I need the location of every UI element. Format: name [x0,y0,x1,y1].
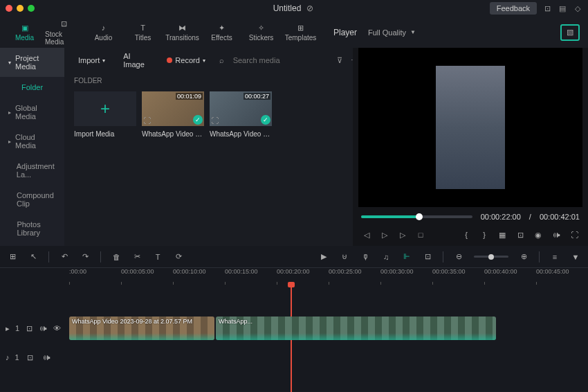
screen-icon[interactable]: ⊡ [542,3,552,13]
tab-media[interactable]: ▣ Media [6,18,44,46]
tab-effects[interactable]: ✦ Effects [203,18,241,46]
total-time: 00:00:42:01 [540,213,580,221]
top-navigation: ▣ Media ⊡ Stock Media ♪ Audio T Titles ⧓… [0,17,588,48]
grid-icon[interactable]: ▦ [497,229,508,240]
document-title: Untitled ⊘ [273,3,315,13]
snapshot-button[interactable]: ▧ [560,24,580,41]
export-icon[interactable]: ◇ [573,3,582,13]
next-frame-icon[interactable]: ▷ [379,229,390,240]
visibility-icon[interactable]: 👁 [53,323,61,334]
stop-icon[interactable]: □ [415,229,426,240]
expand-icon: ⛶ [211,116,219,125]
render-icon[interactable]: ▶ [318,251,329,262]
magnet-icon[interactable]: ⊩ [401,251,412,262]
media-grid: + Import Media 00:01:09 ⛶ ✓ WhatsApp Vid… [64,89,367,141]
volume-icon[interactable]: 🕪 [551,229,562,240]
stickers-icon: ✧ [255,23,268,33]
preview-frame [436,66,505,189]
voiceover-icon[interactable]: 🎙 [360,251,371,262]
play-icon[interactable]: ▷ [397,229,408,240]
link-icon[interactable]: ⊡ [422,251,433,262]
audio-track-header: ♪ 1 ⊡ 🕪 [0,344,66,371]
minimize-icon[interactable] [17,5,24,12]
display-icon[interactable]: ⊡ [515,229,526,240]
sidebar-adjustment-layer[interactable]: Adjustment La... [0,156,64,185]
prev-frame-icon[interactable]: ◁ [361,229,372,240]
video-track[interactable]: ▸ 1 ⊡ 🕪 👁 WhatsApp Video 2023-09-28 at 2… [69,315,588,341]
mark-out-icon[interactable]: } [479,229,490,240]
undo-icon[interactable]: ↶ [59,251,70,262]
media-toolbar: Import ▾ AI Image Record ▾ ⌕ ⊽ ⋯ [64,48,367,73]
player-controls: ◁ ▷ ▷ □ { } ▦ ⊡ ◉ 🕪 ⛶ [353,226,588,246]
audio-mix-icon[interactable]: ♫ [380,251,392,262]
close-icon[interactable] [6,5,12,12]
video-icon: ▸ [6,324,10,333]
sidebar-global-media[interactable]: ▸ Global Media [0,98,64,127]
delete-icon[interactable]: 🗑 [111,251,122,262]
tab-stickers[interactable]: ✧ Stickers [242,18,280,46]
text-icon[interactable]: T [152,251,163,262]
sidebar-compound-clip[interactable]: Compound Clip [0,185,64,214]
tab-titles[interactable]: T Titles [124,18,162,46]
tab-audio[interactable]: ♪ Audio [84,18,122,46]
chevron-down-icon: ▼ [410,29,416,35]
audio-icon: ♪ [6,353,10,362]
mute-icon[interactable]: 🕪 [39,323,47,334]
track-size-icon[interactable]: ≡ [549,251,560,262]
settings-icon[interactable]: ▼ [570,251,581,262]
layout-icon[interactable]: ⊞ [7,251,18,262]
redo-icon[interactable]: ↷ [80,251,91,262]
sidebar-cloud-media[interactable]: ▸ Cloud Media [0,127,64,156]
tab-templates[interactable]: ⊞ Templates [282,18,320,46]
feedback-button[interactable]: Feedback [490,2,537,15]
audio-icon: ♪ [98,23,110,33]
video-preview[interactable] [358,48,582,207]
mute-icon[interactable]: 🕪 [42,352,53,363]
sidebar-photos-library[interactable]: Photos Library [0,214,64,243]
timeline-clip[interactable]: WhatsApp Video 2023-09-28 at 2.07.57 PM [69,317,214,340]
chevron-down-icon: ▾ [8,60,11,66]
stock-icon: ⊡ [58,19,71,29]
sidebar-project-media[interactable]: ▾ Project Media [0,48,64,77]
seek-thumb[interactable] [416,213,423,220]
record-button[interactable]: Record ▾ [161,53,210,67]
maximize-icon[interactable] [28,5,35,12]
seek-slider[interactable] [361,215,472,218]
pointer-icon[interactable]: ↖ [28,251,39,262]
lock-icon[interactable]: ⊡ [25,323,33,334]
player-panel: 00:00:22:00 / 00:00:42:01 ◁ ▷ ▷ □ { } ▦ … [353,48,588,246]
import-button[interactable]: Import ▾ [73,53,111,67]
filter-icon[interactable]: ⊽ [336,55,344,65]
sidebar-folder[interactable]: Folder [0,77,64,98]
audio-track[interactable]: ♪ 1 ⊡ 🕪 [69,344,588,371]
search-input[interactable] [233,56,329,64]
timeline-toolbar: ⊞ ↖ ↶ ↷ 🗑 ✂ T ⟳ ▶ ⊍ 🎙 ♫ ⊩ ⊡ ⊖ ⊕ ≡ ▼ [0,246,588,268]
import-media-tile[interactable]: + Import Media [74,91,136,138]
zoom-slider[interactable] [474,256,508,258]
lock-icon[interactable]: ⊡ [25,352,36,363]
check-icon: ✓ [193,115,203,125]
image-icon: ▧ [567,28,573,37]
ai-image-button[interactable]: AI Image [118,49,154,71]
zoom-out-icon[interactable]: ⊖ [453,251,464,262]
fullscreen-icon[interactable]: ⛶ [569,229,580,240]
media-clip[interactable]: 00:01:09 ⛶ ✓ WhatsApp Video 202... [142,91,204,138]
mark-in-icon[interactable]: { [461,229,472,240]
cloud-sync-icon: ⊘ [305,3,315,13]
timeline-clip[interactable]: WhatsApp... [216,317,496,340]
marker-icon[interactable]: ⊍ [339,251,350,262]
asset-tabs: ▣ Media ⊡ Stock Media ♪ Audio T Titles ⧓… [0,17,325,48]
transitions-icon: ⧓ [176,23,189,33]
player-header: Player Full Quality ▼ ▧ [325,17,588,48]
camera-icon[interactable]: ◉ [533,229,544,240]
window-controls [6,5,35,12]
timeline-panel: ⊞ ↖ ↶ ↷ 🗑 ✂ T ⟳ ▶ ⊍ 🎙 ♫ ⊩ ⊡ ⊖ ⊕ ≡ ▼ :00:… [0,246,588,391]
save-icon[interactable]: ▤ [558,3,567,13]
quality-select[interactable]: Full Quality ▼ [368,28,416,37]
split-icon[interactable]: ✂ [131,251,143,262]
crop-icon[interactable]: ⟳ [173,251,184,262]
tab-transitions[interactable]: ⧓ Transitions [163,18,201,46]
media-clip[interactable]: 00:00:27 ⛶ ✓ WhatsApp Video 202... [210,91,272,138]
tab-stock-media[interactable]: ⊡ Stock Media [45,18,83,46]
zoom-in-icon[interactable]: ⊕ [518,251,529,262]
